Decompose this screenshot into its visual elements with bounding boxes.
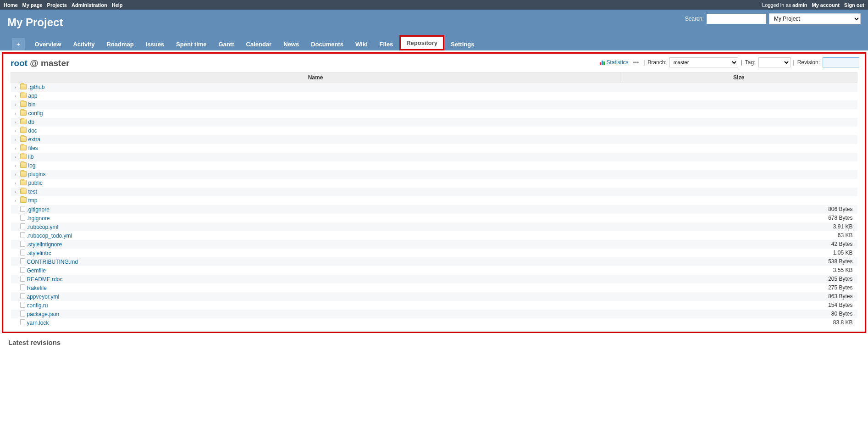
expander-icon[interactable]: ›	[15, 145, 19, 151]
topmenu-link[interactable]: Sign out	[844, 2, 864, 8]
expander-icon[interactable]: ›	[15, 189, 19, 194]
folder-link[interactable]: db	[28, 119, 34, 125]
tab-overview[interactable]: Overview	[29, 38, 67, 50]
file-size: 63 KB	[620, 231, 857, 240]
file-link[interactable]: config.ru	[27, 302, 48, 309]
folder-link[interactable]: app	[28, 93, 38, 99]
tab-issues[interactable]: Issues	[140, 38, 170, 50]
file-link[interactable]: .gitignore	[27, 206, 50, 213]
file-link[interactable]: .rubocop.yml	[27, 224, 59, 230]
tab-calendar[interactable]: Calendar	[241, 38, 277, 50]
folder-link[interactable]: files	[28, 145, 38, 151]
topmenu-link[interactable]: My page	[22, 2, 43, 8]
folder-link[interactable]: test	[28, 189, 37, 195]
topmenu-link[interactable]: Administration	[72, 2, 107, 8]
expander-icon[interactable]: ›	[15, 180, 19, 186]
expander-icon[interactable]: ›	[15, 198, 19, 203]
tab-gantt[interactable]: Gantt	[213, 38, 240, 50]
folder-link[interactable]: plugins	[28, 171, 46, 178]
folder-link[interactable]: tmp	[28, 197, 38, 204]
tab-documents[interactable]: Documents	[305, 38, 349, 50]
project-jump-select[interactable]: My Project	[769, 13, 861, 24]
file-size	[620, 153, 857, 161]
statistics-link[interactable]: Statistics	[600, 59, 629, 66]
topmenu-link[interactable]: My account	[812, 2, 840, 8]
folder-icon	[20, 145, 27, 150]
folder-link[interactable]: public	[28, 180, 43, 186]
file-link[interactable]: package.json	[27, 311, 60, 317]
file-link[interactable]: CONTRIBUTING.md	[27, 259, 78, 265]
search-label: Search:	[685, 16, 704, 22]
file-link[interactable]: .hgignore	[27, 215, 50, 222]
folder-icon	[20, 119, 27, 124]
expander-icon[interactable]: ›	[15, 119, 19, 125]
file-link[interactable]: Rakefile	[27, 285, 47, 291]
folder-link[interactable]: doc	[28, 128, 37, 134]
expander-icon[interactable]: ›	[15, 154, 19, 160]
branch-select[interactable]: master	[669, 57, 738, 67]
tab-files[interactable]: Files	[374, 38, 399, 50]
quick-search: Search: My Project	[685, 13, 861, 24]
expander-icon[interactable]: ›	[15, 163, 19, 168]
table-row: ›.stylelintignore42 Bytes	[11, 240, 857, 249]
branch-label: Branch:	[647, 59, 666, 66]
file-icon	[20, 293, 25, 299]
tab-activity[interactable]: Activity	[67, 38, 100, 50]
file-size	[620, 135, 857, 144]
tab-repository[interactable]: Repository	[401, 37, 443, 49]
file-icon	[20, 215, 25, 221]
file-size	[620, 118, 857, 127]
separator: |	[793, 59, 795, 66]
folder-link[interactable]: extra	[28, 136, 41, 143]
file-link[interactable]: .stylelintignore	[27, 241, 62, 248]
file-icon	[20, 319, 25, 325]
tab-wiki[interactable]: Wiki	[350, 38, 373, 50]
tab-roadmap[interactable]: Roadmap	[101, 38, 139, 50]
folder-link[interactable]: lib	[28, 154, 34, 160]
file-icon	[20, 267, 25, 273]
expander-icon[interactable]: ›	[15, 93, 19, 99]
expander-icon[interactable]: ›	[15, 111, 19, 116]
folder-link[interactable]: log	[28, 162, 36, 169]
folder-icon	[20, 189, 27, 194]
file-size: 80 Bytes	[620, 310, 857, 318]
tag-select[interactable]	[758, 57, 791, 67]
folder-link[interactable]: config	[28, 110, 43, 117]
file-link[interactable]: appveyor.yml	[27, 294, 60, 300]
file-size: 3.91 KB	[620, 222, 857, 231]
file-link[interactable]: .rubocop_todo.yml	[27, 233, 72, 239]
tab-news[interactable]: News	[278, 38, 304, 50]
table-row: ›log	[11, 161, 857, 170]
table-row: ›public	[11, 179, 857, 188]
repo-root-link[interactable]: root	[11, 58, 28, 68]
folder-link[interactable]: bin	[28, 101, 36, 108]
expander-icon[interactable]: ›	[15, 137, 19, 142]
column-header-name[interactable]: Name	[11, 72, 620, 83]
column-header-size[interactable]: Size	[620, 72, 857, 83]
expander-icon[interactable]: ›	[15, 84, 19, 90]
table-row: ›test	[11, 188, 857, 196]
search-input[interactable]	[707, 14, 766, 24]
file-link[interactable]: Gemfile	[27, 267, 46, 274]
repo-toolbar: Statistics ••• | Branch: master | Tag: |…	[600, 57, 859, 67]
tab-spent-time[interactable]: Spent time	[171, 38, 212, 50]
tab-settings[interactable]: Settings	[445, 38, 480, 50]
revision-input[interactable]	[823, 57, 859, 67]
separator: |	[643, 59, 645, 66]
expander-icon[interactable]: ›	[15, 102, 19, 107]
expander-icon[interactable]: ›	[15, 128, 19, 133]
topmenu-link[interactable]: Home	[4, 2, 18, 8]
file-link[interactable]: .stylelintrc	[27, 250, 51, 256]
file-link[interactable]: README.rdoc	[27, 276, 63, 283]
folder-icon	[20, 93, 27, 98]
folder-link[interactable]: .github	[28, 84, 45, 90]
expander-icon[interactable]: ›	[15, 172, 19, 177]
more-actions-button[interactable]: •••	[631, 59, 641, 66]
file-link[interactable]: yarn.lock	[27, 320, 49, 326]
file-size: 205 Bytes	[620, 275, 857, 283]
topmenu-link[interactable]: Projects	[47, 2, 67, 8]
file-size	[620, 188, 857, 196]
topmenu-link[interactable]: Help	[112, 2, 123, 8]
folder-icon	[20, 110, 27, 116]
new-object-button[interactable]: +	[12, 38, 25, 50]
